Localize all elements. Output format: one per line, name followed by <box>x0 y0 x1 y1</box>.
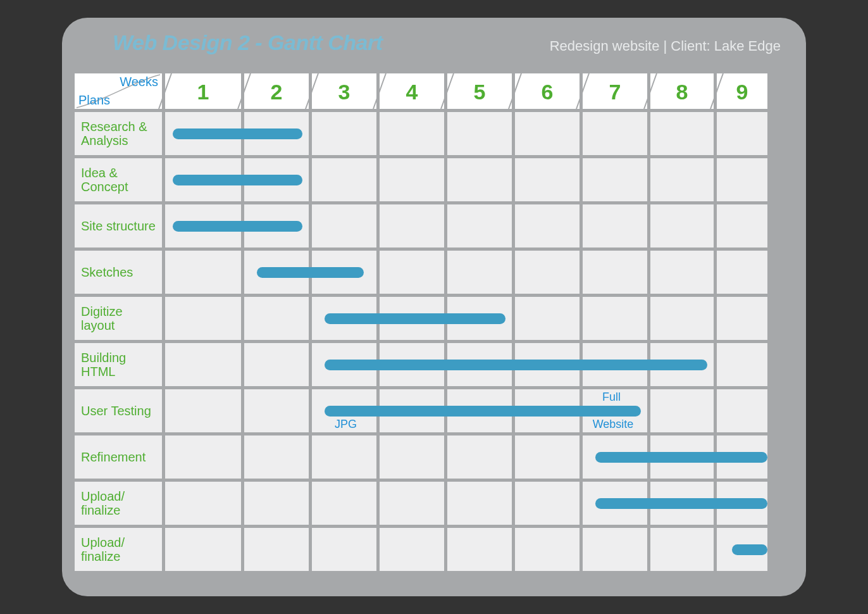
grid-cell <box>650 251 714 294</box>
header-week-5: 5 <box>447 73 512 109</box>
week-number: 6 <box>515 73 580 110</box>
grid-cell <box>717 389 767 432</box>
gantt-bar <box>325 406 640 417</box>
grid-cell <box>312 482 376 525</box>
gantt-row: Building HTML <box>75 343 767 386</box>
grid-cell <box>312 528 376 571</box>
grid-cell <box>515 112 580 155</box>
week-number: 4 <box>380 73 444 110</box>
grid-cell <box>583 158 647 201</box>
week-number: 3 <box>312 73 376 110</box>
gantt-bar <box>257 267 363 278</box>
header-week-4: 4 <box>380 73 444 109</box>
grid-cell <box>165 482 241 525</box>
header-week-3: 3 <box>312 73 376 109</box>
grid-cell <box>312 112 376 155</box>
grid-cell <box>650 528 714 571</box>
gantt-bar <box>325 360 707 370</box>
grid-cell <box>165 389 241 432</box>
grid-cell <box>312 435 376 479</box>
grid-cell <box>583 251 647 294</box>
week-number: 8 <box>650 73 714 110</box>
grid-cell <box>447 112 512 155</box>
axis-columns-label: Weeks <box>120 75 158 89</box>
grid-cell <box>244 389 309 432</box>
gantt-bar <box>732 544 767 555</box>
grid-cell <box>583 204 647 247</box>
grid-cell <box>312 204 376 247</box>
header-week-9: 9 <box>717 73 767 109</box>
gantt-row: Upload/ finalize <box>75 528 767 571</box>
row-label: Idea & Concept <box>75 158 162 201</box>
grid-cell <box>650 297 714 340</box>
row-label: Refinement <box>75 435 162 479</box>
header-week-7: 7 <box>583 73 647 109</box>
grid-cell <box>447 482 512 525</box>
grid-cell <box>244 482 309 525</box>
row-label: Research & Analysis <box>75 112 162 155</box>
grid-cell <box>515 482 580 525</box>
row-label: Upload/ finalize <box>75 528 162 571</box>
grid-cell <box>380 251 444 294</box>
gantt-row: Research & Analysis <box>75 112 767 155</box>
gantt-bar <box>325 313 505 324</box>
grid-cell <box>380 482 444 525</box>
grid-cell <box>165 297 241 340</box>
grid-cell <box>650 158 714 201</box>
grid-cell <box>717 112 767 155</box>
grid-cell <box>380 528 444 571</box>
grid-cell <box>650 112 714 155</box>
gantt-grid: WeeksPlans123456789Research & AnalysisId… <box>75 73 806 580</box>
gantt-row: Site structure <box>75 204 767 247</box>
header-week-6: 6 <box>515 73 580 109</box>
row-label: Upload/ finalize <box>75 482 162 525</box>
grid-cell <box>447 528 512 571</box>
card-header: Web Design 2 - Gantt Chart Redesign webs… <box>62 18 806 73</box>
grid-cell <box>650 389 714 432</box>
gantt-row: Idea & Concept <box>75 158 767 201</box>
chart-subtitle: Redesign website | Client: Lake Edge <box>550 38 781 54</box>
gantt-bar <box>595 498 767 509</box>
grid-cell <box>447 158 512 201</box>
grid-cell <box>515 297 580 340</box>
grid-cell <box>717 204 767 247</box>
header-week-1: 1 <box>165 73 241 109</box>
header-week-2: 2 <box>244 73 309 109</box>
week-number: 7 <box>583 73 647 110</box>
grid-cell <box>583 112 647 155</box>
grid-cell <box>244 435 309 479</box>
week-number: 9 <box>717 73 767 110</box>
gantt-row: Upload/ finalize <box>75 482 767 525</box>
grid-cell <box>515 158 580 201</box>
header-corner: WeeksPlans <box>75 73 162 109</box>
header-row: WeeksPlans123456789 <box>75 73 767 109</box>
grid-cell <box>447 204 512 247</box>
grid-cell <box>165 528 241 571</box>
grid-cell <box>717 158 767 201</box>
row-label: Building HTML <box>75 343 162 386</box>
gantt-row: Digitize layout <box>75 297 767 340</box>
row-label: Site structure <box>75 204 162 247</box>
grid-cell <box>717 343 767 386</box>
grid-cell <box>244 528 309 571</box>
grid-cell <box>380 204 444 247</box>
grid-cell <box>515 251 580 294</box>
gantt-row: User Testing <box>75 389 767 432</box>
row-label: Digitize layout <box>75 297 162 340</box>
gantt-bar <box>173 128 302 139</box>
header-week-8: 8 <box>650 73 714 109</box>
grid-cell <box>650 204 714 247</box>
grid-cell <box>165 435 241 479</box>
grid-cell <box>447 435 512 479</box>
grid-cell <box>165 251 241 294</box>
gantt-bar <box>173 175 302 185</box>
gantt-row: Refinement <box>75 435 767 479</box>
grid-cell <box>312 158 376 201</box>
week-number: 2 <box>244 73 309 110</box>
row-label: Sketches <box>75 251 162 294</box>
grid-cell <box>515 435 580 479</box>
week-number: 5 <box>447 73 512 110</box>
grid-cell <box>447 251 512 294</box>
grid-cell <box>515 204 580 247</box>
row-label: User Testing <box>75 389 162 432</box>
